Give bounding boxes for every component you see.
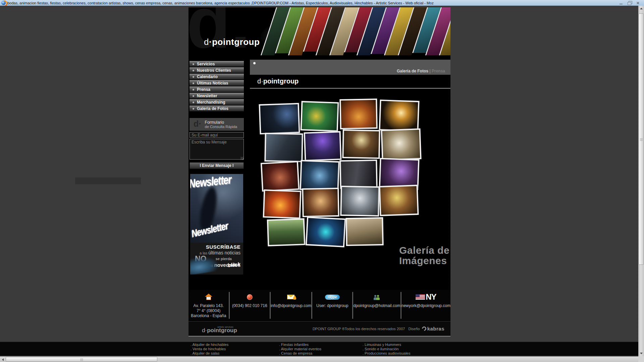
- header-photo-collage: [261, 7, 450, 55]
- main-content: Galería de Fotos | Prensa d·pointgroup G…: [250, 60, 450, 275]
- sidebar-item-calendario[interactable]: Calendario: [190, 74, 244, 79]
- design-label: Diseño: [408, 327, 420, 331]
- photo-image: [382, 130, 420, 159]
- sidebar-item-label: Newsletter: [197, 94, 217, 98]
- gallery-photo[interactable]: [381, 128, 421, 161]
- contact-line: dpointgroup@hotmail.com: [353, 303, 400, 308]
- site-logo[interactable]: d·pointgroup: [204, 37, 260, 47]
- gallery-photo[interactable]: [339, 99, 378, 129]
- gallery-photo[interactable]: [302, 188, 339, 217]
- contact-cell-newyork[interactable]: NYnewyork@dpointgroup.com: [401, 290, 450, 320]
- gallery-photo[interactable]: [379, 185, 419, 216]
- horizontal-scroll-thumb[interactable]: [6, 357, 157, 362]
- kabras-brand[interactable]: kabras: [427, 326, 444, 331]
- footer-link[interactable]: . Alquiler material eventos: [279, 347, 363, 351]
- photo-image: [347, 219, 382, 245]
- gallery-photo[interactable]: [267, 218, 306, 246]
- bullet-icon: [193, 89, 194, 90]
- restore-button[interactable]: [627, 1, 632, 5]
- scroll-up-button[interactable]: [638, 6, 644, 11]
- contact-line: Av. Paralelo 143.: [189, 303, 229, 308]
- gallery-photo[interactable]: [340, 186, 380, 217]
- form-subtitle: de Consulta Rápida: [205, 125, 237, 129]
- photo-image: [380, 159, 418, 189]
- gallery-photo[interactable]: [339, 160, 377, 189]
- photo-image: [343, 131, 379, 158]
- unidentified-overlay-bar: [75, 177, 141, 184]
- copyright-text: DPOINT GROUP ®Todos los derechos reserva…: [313, 327, 405, 331]
- scroll-left-button[interactable]: [0, 357, 6, 362]
- photo-image: [305, 132, 340, 160]
- close-button[interactable]: ×: [635, 1, 641, 5]
- window-title: bodas, animacion fiestas, fiestas, celeb…: [7, 1, 644, 5]
- footer-link[interactable]: . Producciones audiovisuales: [363, 351, 446, 356]
- kabras-logo-icon: [421, 325, 427, 331]
- breadcrumb: Galería de Fotos | Prensa: [397, 69, 445, 73]
- gallery-photo[interactable]: [300, 160, 339, 191]
- scroll-down-button[interactable]: [638, 351, 644, 356]
- sidebar-item-label: Galeria de Fotos: [197, 106, 228, 111]
- send-message-button[interactable]: I Enviar Mensaje I: [190, 162, 244, 169]
- sidebar-item-nuestros-clientes[interactable]: Nuestros Clientes: [190, 67, 244, 73]
- gallery-photo[interactable]: [304, 131, 342, 161]
- bullet-icon: [193, 102, 194, 103]
- content-logo: d·pointgroup: [257, 77, 299, 85]
- ny-flag-icon: NY: [401, 293, 450, 301]
- msn-icon: [353, 293, 400, 301]
- gallery-photo[interactable]: [306, 217, 346, 247]
- horizontal-scrollbar[interactable]: [0, 356, 638, 362]
- vertical-scroll-thumb[interactable]: [639, 13, 644, 265]
- footer-link[interactable]: . Alquiler de hinchables: [191, 343, 279, 347]
- bullet-icon: [193, 95, 194, 97]
- gallery-photo[interactable]: [379, 100, 419, 132]
- photo-image: [380, 186, 418, 215]
- photo-image: [302, 102, 338, 130]
- sidebar-item-galeria-de-fotos[interactable]: Galeria de Fotos: [190, 106, 244, 111]
- sidebar-item-newsletter[interactable]: Newsletter: [190, 93, 244, 99]
- site-header: d. d·pointgroup: [189, 7, 450, 55]
- bullet-icon: [193, 108, 194, 110]
- ny-label: NY: [426, 292, 436, 302]
- footer-link[interactable]: . Alquiler de salas: [191, 351, 279, 356]
- bullet-icon: [193, 82, 194, 84]
- contact-cell-phone: (0034) 902 010 716: [230, 290, 270, 320]
- vertical-scrollbar[interactable]: [638, 6, 644, 356]
- photo-image: [268, 220, 304, 245]
- footer-link[interactable]: . Sonido e iluminación: [363, 347, 446, 351]
- sidebar-item-merchandising[interactable]: Merchandising: [190, 99, 244, 105]
- sidebar-item-servicios[interactable]: Servicios: [190, 61, 244, 67]
- breadcrumb-prensa[interactable]: Prensa: [432, 69, 445, 73]
- contact-cell-skype[interactable]: skypeUser: dpointgroup: [312, 290, 353, 320]
- footer-links-band: . Alquiler de hinchables. Venta de hinch…: [0, 342, 638, 356]
- sidebar-item-label: Calendario: [197, 74, 218, 79]
- sidebar-item-ultimas-noticias[interactable]: Últimas Noticias: [190, 80, 244, 86]
- click-graffiti[interactable]: click: [227, 261, 241, 268]
- gallery-photo[interactable]: [261, 161, 300, 192]
- subscribe-headline: SUSCRÍBASE: [190, 244, 240, 250]
- newsletter-banner[interactable]: Newsletter Newsletter SUSCRÍBASE a las ú…: [190, 174, 243, 275]
- gallery-photo[interactable]: [263, 189, 302, 219]
- email-field[interactable]: [190, 132, 244, 138]
- contact-cell-email[interactable]: info@dpointgroup.com: [271, 290, 311, 320]
- photo-image: [264, 191, 300, 218]
- footer-link[interactable]: . Cenas de empresa: [279, 351, 363, 356]
- message-field[interactable]: [190, 139, 244, 160]
- sidebar-item-label: Nuestros Clientes: [197, 68, 231, 73]
- gallery-photo[interactable]: [345, 217, 383, 246]
- gallery-photo[interactable]: [264, 133, 303, 162]
- footer-link[interactable]: . Venta de hinchables: [191, 347, 279, 351]
- contact-cell-msn[interactable]: dpointgroup@hotmail.com: [353, 290, 400, 320]
- gallery-photo[interactable]: [300, 101, 339, 132]
- breadcrumb-galeria[interactable]: Galería de Fotos: [397, 69, 428, 73]
- sidebar-item-prensa[interactable]: Prensa: [190, 86, 244, 92]
- contact-line: info@dpointgroup.com: [271, 303, 311, 308]
- contact-line: (0034) 902 010 716: [230, 303, 270, 308]
- minimize-button[interactable]: [619, 1, 624, 5]
- gallery-photo[interactable]: [259, 103, 300, 134]
- footer-link-column: . Limusinas y Hummers. Sonido e iluminac…: [363, 343, 446, 356]
- footer-link[interactable]: . Limusinas y Hummers: [363, 343, 446, 347]
- bullet-icon: [193, 70, 194, 71]
- gallery-photo[interactable]: [342, 129, 380, 159]
- footer-link[interactable]: . Fiestas infantiles: [279, 343, 363, 347]
- textarea-resize-grip[interactable]: [240, 157, 244, 160]
